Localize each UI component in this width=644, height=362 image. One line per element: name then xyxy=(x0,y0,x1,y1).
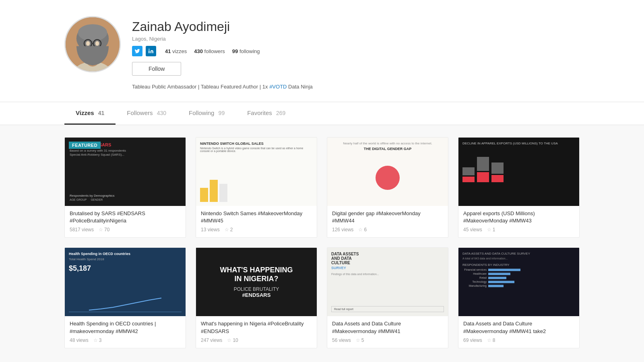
viz-star-count: 8 xyxy=(493,337,495,343)
star-icon: ☆ xyxy=(227,337,231,343)
viz-views: 56 views xyxy=(332,337,351,343)
svg-point-11 xyxy=(149,49,149,49)
gallery-section: Brutalised by SARS Based on a survey wit… xyxy=(0,125,644,362)
star-icon: ☆ xyxy=(356,337,360,343)
viz-card-v5[interactable]: Health Spending in OECD countries Total … xyxy=(64,247,186,348)
tabs-list: Vizzes 41 Followers 430 Following 99 Fav… xyxy=(64,102,580,125)
viz-title: Data Assets and Data Culture #Makeovermo… xyxy=(463,320,574,335)
viz-views: 48 views xyxy=(70,337,89,343)
viz-star-count: 3 xyxy=(99,337,102,343)
viz-title: Data Assets and Data Culture #Makeovermo… xyxy=(332,320,443,335)
viz-title: Digital gender gap #MakeoverMonday #MMW4… xyxy=(332,210,443,224)
tabs-section: Vizzes 41 Followers 430 Following 99 Fav… xyxy=(0,102,644,125)
viz-star-count: 6 xyxy=(364,227,367,232)
viz-star-count: 10 xyxy=(233,337,238,343)
star-icon: ☆ xyxy=(358,227,363,232)
twitter-icon[interactable] xyxy=(132,46,142,56)
svg-point-6 xyxy=(86,41,90,45)
viz-views: 45 views xyxy=(463,227,482,232)
viz-title: Health Spending in OECD countries | #mak… xyxy=(70,320,181,335)
tab-vizzes[interactable]: Vizzes 41 xyxy=(64,102,116,125)
tab-favorites[interactable]: Favorites 269 xyxy=(236,102,297,125)
star-icon: ☆ xyxy=(487,337,491,343)
viz-meta: 247 views ☆ 10 xyxy=(201,337,312,343)
star-icon: ☆ xyxy=(487,227,491,232)
tab-followers[interactable]: Followers 430 xyxy=(116,102,178,125)
viz-meta: 5817 views ☆ 70 xyxy=(70,227,181,232)
tab-following[interactable]: Following 99 xyxy=(178,102,236,125)
viz-card-v1[interactable]: Brutalised by SARS Based on a survey wit… xyxy=(64,137,186,238)
viz-meta: 45 views ☆ 1 xyxy=(463,227,574,232)
viz-title: Apparel exports (USD Millions) #Makeover… xyxy=(463,210,574,224)
viz-star-count: 2 xyxy=(230,227,233,232)
viz-stars: ☆ 8 xyxy=(487,337,495,343)
gallery-grid: Brutalised by SARS Based on a survey wit… xyxy=(64,137,580,348)
profile-info: Zainab Ayodimeji Lagos, Nigeria 41 vizze… xyxy=(132,16,580,90)
viz-card-v7[interactable]: DATA ASSETSAND DATACULTURE SURVEY Findin… xyxy=(327,247,448,348)
svg-point-7 xyxy=(95,41,99,45)
viz-views: 69 views xyxy=(463,337,482,343)
social-icons xyxy=(132,46,156,56)
viz-stars: ☆ 5 xyxy=(356,337,364,343)
viz-stars: ☆ 3 xyxy=(93,337,102,343)
viz-card-v4[interactable]: DECLINE IN APPAREL EXPORTS (USD MILLIONS… xyxy=(458,137,580,238)
star-icon: ☆ xyxy=(225,227,229,232)
viz-views: 247 views xyxy=(201,337,222,343)
star-icon: ☆ xyxy=(99,227,103,232)
viz-card-v2[interactable]: NINTENDO SWITCH GLOBAL SALES Nintendo Sw… xyxy=(196,137,317,238)
linkedin-icon[interactable] xyxy=(146,46,156,56)
viz-star-count: 70 xyxy=(104,227,109,232)
avatar xyxy=(64,16,121,72)
viz-meta: 126 views ☆ 6 xyxy=(332,227,443,232)
viz-star-count: 5 xyxy=(361,337,364,343)
follow-button[interactable]: Follow xyxy=(132,62,181,76)
viz-card-v8[interactable]: DATA ASSETS AND DATA CULTURE SURVEY A to… xyxy=(458,247,580,348)
viz-stars: ☆ 70 xyxy=(99,227,109,232)
featured-badge: FEATURED xyxy=(69,142,101,149)
viz-card-v3[interactable]: Nearly half of the world is offline with… xyxy=(327,137,448,238)
profile-location: Lagos, Nigeria xyxy=(132,36,580,42)
viz-views: 126 views xyxy=(332,227,353,232)
viz-card-v6[interactable]: WHAT'S HAPPENINGIN NIGERIA? POLICE BRUTA… xyxy=(196,247,317,348)
viz-star-count: 1 xyxy=(493,227,495,232)
svg-point-5 xyxy=(78,24,107,41)
followers-stat: 430 followers xyxy=(194,48,225,54)
viz-title: Nintendo Switch Sames #MakeoverMonday #M… xyxy=(201,210,312,224)
viz-title: Brutalised by SARS #ENDSARS #PoliceBruta… xyxy=(70,210,181,224)
viz-stars: ☆ 6 xyxy=(358,227,367,232)
profile-bio: Tableau Public Ambassador | Tableau Feat… xyxy=(132,84,580,90)
profile-name: Zainab Ayodimeji xyxy=(132,19,580,34)
viz-meta: 13 views ☆ 2 xyxy=(201,227,312,232)
viz-meta: 48 views ☆ 3 xyxy=(70,337,181,343)
viz-views: 13 views xyxy=(201,227,220,232)
viz-meta: 69 views ☆ 8 xyxy=(463,337,574,343)
votd-link[interactable]: #VOTD xyxy=(269,84,287,90)
viz-meta: 56 views ☆ 5 xyxy=(332,337,443,343)
vizzes-stat: 41 vizzes xyxy=(165,48,187,54)
viz-stars: ☆ 2 xyxy=(225,227,233,232)
viz-stars: ☆ 10 xyxy=(227,337,238,343)
profile-stats: 41 vizzes 430 followers 99 following xyxy=(132,46,580,56)
following-stat: 99 following xyxy=(232,48,260,54)
profile-section: Zainab Ayodimeji Lagos, Nigeria 41 vizze… xyxy=(0,0,644,102)
viz-stars: ☆ 1 xyxy=(487,227,495,232)
star-icon: ☆ xyxy=(93,337,98,343)
viz-title: What's happening in Nigeria #PoliceBruta… xyxy=(201,320,312,335)
viz-views: 5817 views xyxy=(70,227,94,232)
profile-top: Zainab Ayodimeji Lagos, Nigeria 41 vizze… xyxy=(64,16,580,90)
